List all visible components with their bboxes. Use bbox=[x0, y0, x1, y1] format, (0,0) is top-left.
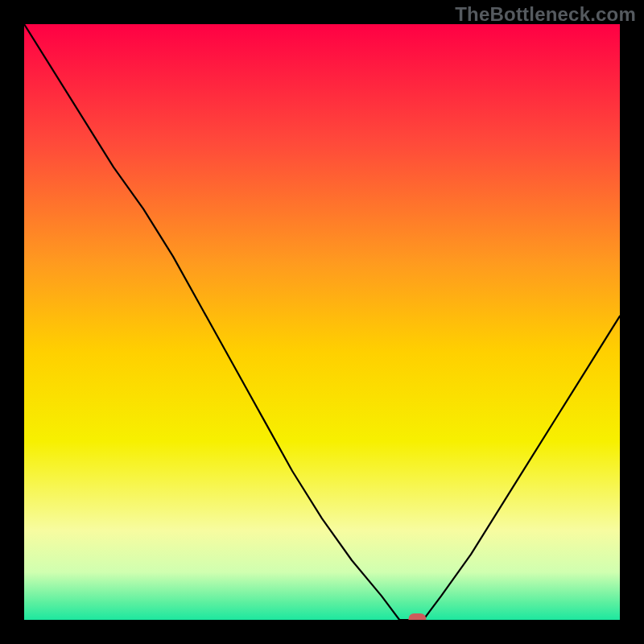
chart-background bbox=[24, 24, 620, 620]
bottleneck-chart-figure: TheBottleneck.com bbox=[0, 0, 644, 644]
chart-plot-area bbox=[24, 24, 620, 620]
watermark-text: TheBottleneck.com bbox=[455, 3, 636, 26]
optimum-marker bbox=[408, 613, 426, 620]
chart-svg bbox=[24, 24, 620, 620]
